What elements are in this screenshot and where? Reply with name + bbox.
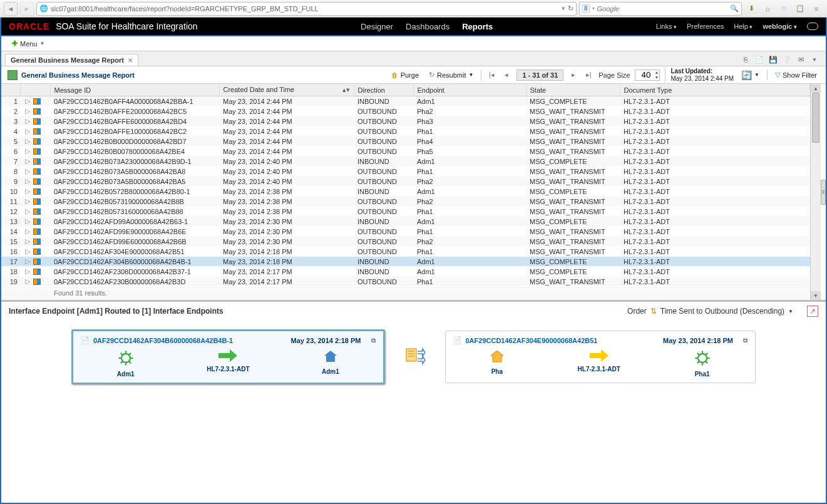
table-row[interactable]: 14▷ 0AF29CCD1462AFD99E90000068A42B6EMay … [1,227,810,237]
list-icon[interactable]: 📋 [793,2,807,16]
expand-icon[interactable]: ▷ [24,227,31,235]
url-input[interactable] [51,5,559,13]
expand-icon[interactable]: ▷ [24,277,31,285]
show-filter-button[interactable]: ▽ Show Filter [773,69,819,80]
home-icon[interactable]: ⌂ [761,2,774,16]
expand-icon[interactable]: ▷ [24,97,31,105]
table-row[interactable]: 4▷ 0AF29CCD1462B0AFFE10000068A42BC2May 2… [1,126,810,136]
tab-report[interactable]: General Business Message Report ✕ [5,54,138,66]
expand-icon[interactable]: ▷ [24,247,31,255]
chevron-down-icon[interactable]: ▼ [788,309,793,314]
detach-icon[interactable]: ⧉ [371,337,376,344]
detach-icon[interactable]: ↗ [807,306,818,317]
panel-grip[interactable] [821,180,826,205]
scroll-thumb[interactable] [812,93,819,143]
dropdown-icon[interactable]: ▾ [592,6,595,11]
first-page-button[interactable]: |◂ [486,70,496,80]
table-row[interactable]: 19▷ 0AF29CCD1462AF230B00000068A42B3DMay … [1,277,810,287]
copy-icon[interactable]: 📄 [754,54,764,64]
table-row[interactable]: 2▷ 0AF29CCD1462B0AFFE20000068A42BC5May 2… [1,106,810,116]
inbound-card[interactable]: 📄 0AF29CCD1462AF304B60000068A42B4B-1 May… [71,329,385,384]
expand-icon[interactable]: ▷ [24,137,31,145]
col-state[interactable]: State [526,84,620,96]
last-page-button[interactable]: ▸| [583,70,593,80]
col-endpoint[interactable]: Endpoint [413,84,526,96]
preferences-link[interactable]: Preferences [687,23,724,30]
col-icons[interactable] [20,84,50,96]
save-icon[interactable]: 💾 [768,54,778,64]
order-value[interactable]: Time Sent to Outbound (Descending) [660,307,784,316]
table-row[interactable]: 12▷ 0AF29CCD1462B0573160000068A42B88May … [1,207,810,217]
expand-icon[interactable]: ▷ [24,187,31,195]
nav-designer[interactable]: Designer [361,22,393,31]
search-box[interactable]: 8 ▾ 🔍 [579,2,742,16]
prev-page-button[interactable]: ◂ [501,70,511,80]
resubmit-button[interactable]: ↻ Resubmit ▼ [426,69,476,80]
purge-button[interactable]: 🗑 Purge [389,70,421,80]
nav-reports[interactable]: Reports [462,22,493,31]
mail-icon[interactable]: ✉ [796,54,806,64]
scroll-up-button[interactable]: ▲ [811,84,821,93]
reload-icon[interactable]: ↻ [568,4,573,13]
expand-icon[interactable]: ▷ [24,217,31,225]
expand-icon[interactable]: ▷ [24,267,31,275]
dropdown-icon[interactable]: ▾ [562,4,565,13]
flow-doc-label[interactable]: HL7-2.3.1-ADT [207,366,249,373]
expand-icon[interactable]: ▷ [24,157,31,165]
tab-close-icon[interactable]: ✕ [128,57,133,64]
scroll-down-button[interactable]: ▼ [811,291,821,300]
outbound-card[interactable]: 📄 0AF29CCD1462AF304E90000068A42B51 May 2… [445,331,756,383]
expand-icon[interactable]: ▷ [24,107,31,115]
expand-icon[interactable]: ▷ [24,197,31,205]
user-menu[interactable]: weblogic [763,23,797,30]
table-row[interactable]: 6▷ 0AF29CCD1462B0B00780000068A42BE4May 2… [1,147,810,157]
expand-icon[interactable]: ▷ [24,117,31,125]
spinner-icon[interactable]: ▲▼ [654,70,659,80]
help-icon[interactable]: ❔ [782,54,792,64]
search-input[interactable] [597,5,727,13]
table-row[interactable]: 13▷ 0AF29CCD1462AFD99A0000068A42B63-1May… [1,217,810,227]
chat-icon[interactable] [807,23,818,30]
table-row[interactable]: 11▷ 0AF29CCD1462B0573190000068A42B8BMay … [1,197,810,207]
outbound-id-link[interactable]: 0AF29CCD1462AF304E90000068A42B51 [466,337,598,344]
expand-icon[interactable]: ▷ [24,237,31,245]
links-menu[interactable]: Links [656,23,677,30]
forward-button[interactable]: ► [20,2,34,16]
table-row[interactable]: 18▷ 0AF29CCD1462AF2308D0000068A42B37-1Ma… [1,267,810,277]
col-doctype[interactable]: Document Type [620,84,810,96]
expand-icon[interactable]: ▷ [24,177,31,185]
download-icon[interactable]: ⬇ [744,2,758,16]
vertical-scrollbar[interactable]: ▲ ▼ [810,84,821,300]
flow-doc-label[interactable]: HL7-2.3.1-ADT [578,366,620,373]
col-message-id[interactable]: Message ID [50,84,219,96]
expand-icon[interactable]: ▷ [24,127,31,135]
nav-dashboards[interactable]: Dashboards [406,22,449,31]
search-icon[interactable]: 🔍 [730,4,739,13]
export-icon[interactable]: ⎘ [741,54,751,64]
table-row[interactable]: 15▷ 0AF29CCD1462AFD99E60000068A42B6BMay … [1,237,810,247]
detach-icon[interactable]: ⧉ [743,337,747,344]
table-row[interactable]: 1▷ 0AF29CCD1462B0AFF4A0000068A42BBA-1May… [1,96,810,106]
next-page-button[interactable]: ▸ [568,70,578,80]
help-menu[interactable]: Help [734,23,753,30]
col-direction[interactable]: Direction [354,84,413,96]
col-created[interactable]: Created Date and Time▴▾ [219,84,354,96]
table-row[interactable]: 5▷ 0AF29CCD1462B0B000D0000068A42BD7May 2… [1,136,810,147]
col-rownum[interactable] [1,84,20,96]
menu-button[interactable]: ✚ Menu ▼ [8,38,49,49]
expand-icon[interactable]: ▷ [24,207,31,215]
table-row[interactable]: 7▷ 0AF29CCD1462B073A230000068A42B9D-1May… [1,157,810,167]
table-row[interactable]: 10▷ 0AF29CCD1462B0572B80000068A42B80-1Ma… [1,187,810,197]
inbound-id-link[interactable]: 0AF29CCD1462AF304B60000068A42B4B-1 [93,337,233,344]
table-row[interactable]: 3▷ 0AF29CCD1462B0AFFE60000068A42BD4May 2… [1,116,810,126]
table-row[interactable]: 17▷ 0AF29CCD1462AF304B60000068A42B4B-1Ma… [1,257,810,267]
back-button[interactable]: ◄ [4,2,18,16]
table-row[interactable]: 16▷ 0AF29CCD1462AF304E90000068A42B51May … [1,247,810,257]
table-row[interactable]: 9▷ 0AF29CCD1462B073A5B0000068A42BA5May 2… [1,177,810,187]
address-bar[interactable]: 🌐 ▾ ↻ [36,2,577,16]
expand-icon[interactable]: ▷ [24,257,31,265]
chevron-down-icon[interactable]: ▼ [809,54,819,64]
refresh-button[interactable]: 🔄 ▼ [739,69,762,81]
menu-icon[interactable]: ≡ [809,2,823,16]
table-row[interactable]: 8▷ 0AF29CCD1462B073A5B0000068A42BA8May 2… [1,167,810,177]
